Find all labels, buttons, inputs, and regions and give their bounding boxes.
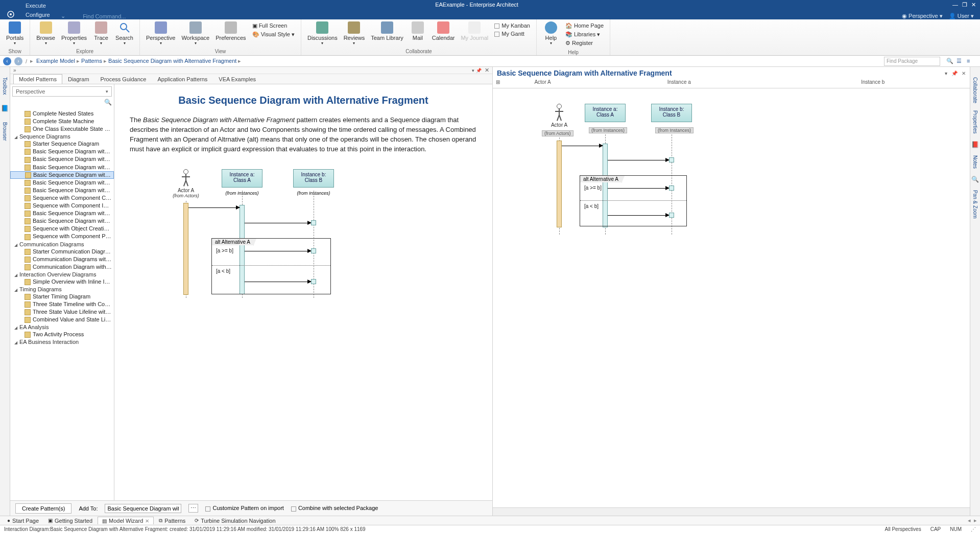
tree-item[interactable]: Complete State Machine [10,118,114,125]
tree-item[interactable]: Starter Timing Diagram [10,293,114,300]
calendar-button[interactable]: Calendar [429,20,458,42]
tree-category[interactable]: Timing Diagrams [10,286,114,293]
libraries-button[interactable]: 📚 Libraries ▾ [565,30,604,39]
wizard-tab-diagram[interactable]: Diagram [62,74,95,84]
pane-pin-icon[interactable]: 📌 [951,71,958,76]
kanban-button[interactable]: My Kanban [494,21,530,30]
nav-back-button[interactable]: ‹ [3,57,11,65]
workspace-button[interactable]: Workspace▾ [178,20,212,47]
wizard-tab-process-guidance[interactable]: Process Guidance [95,74,152,84]
tree-item[interactable]: Basic Sequence Diagram with ... [10,217,114,225]
maximize-button[interactable]: ❐ [962,2,967,8]
expand-icon[interactable]: » [13,67,16,73]
home-page-button[interactable]: 🏠 Home Page [565,21,604,30]
perspective-combo[interactable]: Perspective▾ [12,86,112,97]
tab-nav-left[interactable]: ◂ [968,517,971,524]
help-button[interactable]: Help▾ [540,20,562,47]
tree-item[interactable]: Basic Sequence Diagram with ... [10,187,114,194]
collaborate-tab[interactable]: Collaborate [972,77,978,103]
mail-button[interactable]: Mail [407,20,429,42]
tree-category[interactable]: Interaction Overview Diagrams [10,271,114,278]
tree-item[interactable]: Combined Value and State Life... [10,316,114,323]
app-logo[interactable] [3,9,18,19]
breadcrumb-item[interactable]: Example Model [36,58,75,64]
discussions-button[interactable]: Discussions▾ [304,20,341,47]
add-to-input[interactable] [105,504,181,513]
tree-item[interactable]: One Class Executable State Ma... [10,125,114,133]
minimize-button[interactable]: — [952,2,958,8]
diagram-canvas[interactable]: Actor A (from Actors) Instance a: Class … [493,88,970,507]
tree-search-icon[interactable]: 🔍 [104,99,112,108]
wizard-tab-model-patterns[interactable]: Model Patterns [13,74,62,84]
pane-dropdown-icon[interactable]: ▾ [945,71,947,76]
nav-fwd-button[interactable]: › [14,57,22,65]
tree-item[interactable]: Sequence with Component Port... [10,233,114,240]
doc-tab-turbine-simulation-navigation[interactable]: ⟳ Turbine Simulation Navigation [190,517,279,524]
properties-button[interactable]: Properties▾ [58,20,90,47]
tree-item[interactable]: Two Activity Process [10,331,114,338]
find-package-input[interactable]: Find Package [884,57,940,66]
tree-item[interactable]: Basic Sequence Diagram with ... [10,171,114,179]
lane-tool-icon[interactable]: ⊞ [493,79,503,88]
combine-checkbox[interactable]: Combine with selected Package [291,505,378,511]
journal-button[interactable]: My Journal [458,20,491,42]
doc-tab-model-wizard[interactable]: ▤ Model Wizard ✕ [98,517,154,524]
breadcrumb-item[interactable]: Basic Sequence Diagram with Alternative … [108,58,236,64]
preferences-button[interactable]: Preferences [212,20,249,42]
tree-category[interactable]: Communication Diagrams [10,241,114,248]
search-button[interactable]: Search▾ [112,20,136,47]
status-perspective[interactable]: All Perspectives [885,526,921,532]
close-button[interactable]: ✕ [971,2,976,8]
perspective-button[interactable]: Perspective▾ [143,20,178,47]
tree-item[interactable]: Starter Communication Diagram [10,248,114,256]
portals-button[interactable]: Portals▾ [3,20,27,47]
pattern-tree-list[interactable]: Complete Nested StatesComplete State Mac… [10,110,114,500]
tree-item[interactable]: Basic Sequence Diagram with ... [10,148,114,155]
browser-tab[interactable]: Browser [2,122,8,141]
reviews-button[interactable]: Reviews▾ [341,20,368,47]
filter-icon[interactable]: ☰ [957,58,964,65]
tree-item[interactable]: Three State Value Lifeline with... [10,308,114,316]
tree-item[interactable]: Starter Sequence Diagram [10,140,114,148]
tree-item[interactable]: Sequence with Component Cla... [10,194,114,202]
tree-category[interactable]: EA Analysis [10,323,114,331]
perspective-menu[interactable]: ◉ Perspective ▾ [902,13,943,19]
diagram-hscroll[interactable] [493,507,970,516]
status-resize-grip[interactable]: ⋰ [971,526,976,532]
register-button[interactable]: ⚙ Register [565,39,604,48]
pane-close-icon[interactable]: ✕ [962,71,966,76]
search-icon[interactable]: 🔍 [946,58,953,65]
tab-nav-right[interactable]: ▸ [974,517,977,524]
browse-button[interactable]: Browse▾ [33,20,58,47]
pane-close-button[interactable]: ✕ [485,67,489,74]
pan-zoom-tab[interactable]: Pan & Zoom [972,190,978,219]
menu-icon[interactable]: ≡ [967,58,974,65]
notes-tab[interactable]: Notes [972,155,978,169]
tree-item[interactable]: Basic Sequence Diagram with ... [10,164,114,171]
tree-item[interactable]: Basic Sequence Diagram with ... [10,179,114,187]
tree-item[interactable]: Communication Diagram with T... [10,263,114,271]
tree-item[interactable]: Three State Timeline with Cons... [10,300,114,308]
tree-item[interactable]: Basic Sequence Diagram with ... [10,155,114,163]
ribbon-tab-configure[interactable]: Configure [18,10,58,19]
browse-target-button[interactable]: ⋯ [188,504,198,513]
wizard-tab-application-patterns[interactable]: Application Patterns [152,74,213,84]
tree-category[interactable]: EA Business Interaction [10,338,114,345]
gantt-button[interactable]: My Gantt [494,30,530,38]
find-command[interactable]: Find Command... [83,13,126,19]
trace-button[interactable]: Trace▾ [90,20,112,47]
tree-item[interactable]: Complete Nested States [10,110,114,118]
breadcrumb-item[interactable]: Patterns [81,58,102,64]
tree-item[interactable]: Sequence with Object Creation... [10,225,114,233]
doc-tab-getting-started[interactable]: ▣ Getting Started [44,517,97,524]
fullscreen-button[interactable]: ▣ Full Screen [252,21,295,30]
doc-tab-start-page[interactable]: ● Start Page [3,517,43,524]
tree-category[interactable]: Sequence Diagrams [10,133,114,140]
tree-item[interactable]: Basic Sequence Diagram with ... [10,210,114,217]
customize-checkbox[interactable]: Customize Pattern on import [205,505,283,511]
properties-tab[interactable]: Properties [972,110,978,134]
tree-item[interactable]: Sequence with Component Inst... [10,202,114,210]
pane-pin-icon[interactable]: ▾ 📌 [472,68,482,73]
ribbon-tab-execute[interactable]: Execute [18,1,58,10]
create-pattern-button[interactable]: Create Pattern(s) [15,503,71,514]
